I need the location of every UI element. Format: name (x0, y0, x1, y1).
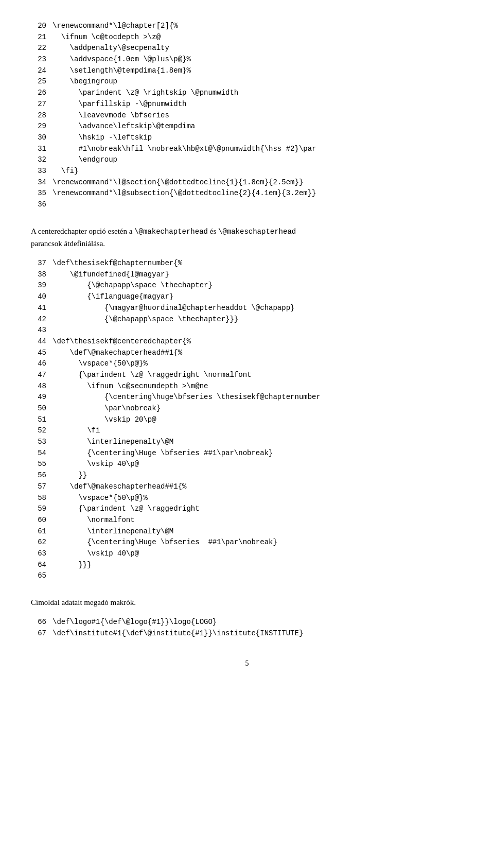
line-content-34: \renewcommand*\l@section{\@dottedtocline… (52, 177, 463, 188)
line-content-57: \def\@makeschapterhead##1{% (52, 481, 463, 493)
line-num-22: 22 (31, 43, 46, 54)
code-line-46: 46 \vspace*{50\p@}% (31, 358, 463, 370)
code-line-49: 49 {\centering\huge\bfseries \thesisekf@… (31, 392, 463, 403)
code-line-25: 25 \begingroup (31, 76, 463, 88)
line-num-42: 42 (31, 314, 46, 325)
line-content-20: \renewcommand*\l@chapter[2]{% (52, 21, 463, 32)
code-line-56: 56 }} (31, 470, 463, 481)
line-content-31: #1\nobreak\hfil \nobreak\hb@xt@\@pnumwid… (52, 144, 463, 155)
code-line-52: 52 \fi (31, 425, 463, 437)
code-line-44: 44 \def\thesisekf@centeredchapter{% (31, 336, 463, 348)
line-num-40: 40 (31, 291, 46, 303)
code-line-30: 30 \hskip -\leftskip (31, 132, 463, 144)
code-line-64: 64 }}} (31, 560, 463, 571)
code-line-35: 35 \renewcommand*\l@subsection{\@dottedt… (31, 188, 463, 199)
code-line-33: 33 \fi} (31, 166, 463, 177)
line-num-23: 23 (31, 54, 46, 65)
code-line-40: 40 {\iflanguage{magyar} (31, 291, 463, 303)
line-num-38: 38 (31, 269, 46, 281)
code-line-26: 26 \parindent \z@ \rightskip \@pnumwidth (31, 88, 463, 99)
line-num-66: 66 (31, 617, 46, 628)
line-num-63: 63 (31, 548, 46, 560)
line-num-56: 56 (31, 470, 46, 481)
line-content-21: \ifnum \c@tocdepth >\z@ (52, 32, 463, 43)
line-num-47: 47 (31, 370, 46, 381)
line-content-47: {\parindent \z@ \raggedright \normalfont (52, 370, 463, 381)
line-num-67: 67 (31, 628, 46, 639)
line-num-30: 30 (31, 132, 46, 144)
code-line-57: 57 \def\@makeschapterhead##1{% (31, 481, 463, 493)
code-line-61: 61 \interlinepenalty\@M (31, 526, 463, 537)
line-content-60: \normalfont (52, 515, 463, 526)
line-content-28: \leavevmode \bfseries (52, 110, 463, 121)
line-num-32: 32 (31, 154, 46, 166)
code-block-3: 66 \def\logo#1{\def\@logo{#1}}\logo{LOGO… (31, 617, 463, 639)
line-content-38: \@ifundefined{l@magyar} (52, 269, 463, 281)
line-num-60: 60 (31, 515, 46, 526)
line-content-66: \def\logo#1{\def\@logo{#1}}\logo{LOGO} (52, 617, 463, 628)
line-content-50: \par\nobreak} (52, 403, 463, 414)
code-line-45: 45 \def\@makechapterhead##1{% (31, 348, 463, 359)
line-content-26: \parindent \z@ \rightskip \@pnumwidth (52, 88, 463, 99)
code-line-51: 51 \vskip 20\p@ (31, 414, 463, 426)
line-num-35: 35 (31, 188, 46, 199)
tt-makechapterhead: \@makechapterhead (134, 228, 208, 236)
line-num-43: 43 (31, 325, 46, 336)
line-num-33: 33 (31, 166, 46, 177)
code-line-39: 39 {\@chapapp\space \thechapter} (31, 280, 463, 291)
code-block-1: 20 \renewcommand*\l@chapter[2]{% 21 \ifn… (31, 21, 463, 211)
line-num-52: 52 (31, 425, 46, 437)
line-num-20: 20 (31, 21, 46, 32)
line-content-48: \ifnum \c@secnumdepth >\m@ne (52, 381, 463, 392)
line-num-54: 54 (31, 448, 46, 459)
code-line-38: 38 \@ifundefined{l@magyar} (31, 269, 463, 281)
code-line-27: 27 \parfillskip -\@pnumwidth (31, 99, 463, 110)
line-content-33: \fi} (52, 166, 463, 177)
code-line-67: 67 \def\institute#1{\def\@institute{#1}}… (31, 628, 463, 639)
line-content-54: {\centering\Huge \bfseries ##1\par\nobre… (52, 448, 463, 459)
line-num-65: 65 (31, 570, 46, 582)
line-content-36 (52, 199, 463, 211)
line-num-36: 36 (31, 199, 46, 211)
line-content-65 (52, 570, 463, 582)
code-line-58: 58 \vspace*{50\p@}% (31, 493, 463, 504)
line-num-62: 62 (31, 537, 46, 548)
line-content-49: {\centering\huge\bfseries \thesisekf@cha… (52, 392, 463, 403)
line-content-63: \vskip 40\p@ (52, 548, 463, 560)
code-line-60: 60 \normalfont (31, 515, 463, 526)
line-num-50: 50 (31, 403, 46, 414)
line-content-61: \interlinepenalty\@M (52, 526, 463, 537)
line-content-43 (52, 325, 463, 336)
line-content-56: }} (52, 470, 463, 481)
line-num-57: 57 (31, 481, 46, 493)
line-num-49: 49 (31, 392, 46, 403)
line-num-26: 26 (31, 88, 46, 99)
code-line-63: 63 \vskip 40\p@ (31, 548, 463, 560)
code-line-42: 42 {\@chapapp\space \thechapter}}} (31, 314, 463, 325)
code-line-55: 55 \vskip 40\p@ (31, 459, 463, 470)
line-content-42: {\@chapapp\space \thechapter}}} (52, 314, 463, 325)
line-num-46: 46 (31, 358, 46, 370)
line-num-55: 55 (31, 459, 46, 470)
code-line-34: 34 \renewcommand*\l@section{\@dottedtocl… (31, 177, 463, 188)
line-content-37: \def\thesisekf@chapternumber{% (52, 258, 463, 269)
line-num-59: 59 (31, 504, 46, 515)
code-line-59: 59 {\parindent \z@ \raggedright (31, 504, 463, 515)
code-line-37: 37 \def\thesisekf@chapternumber{% (31, 258, 463, 269)
line-num-28: 28 (31, 110, 46, 121)
line-content-67: \def\institute#1{\def\@institute{#1}}\in… (52, 628, 463, 639)
line-content-32: \endgroup (52, 154, 463, 166)
code-line-23: 23 \addvspace{1.0em \@plus\p@}% (31, 54, 463, 65)
line-content-23: \addvspace{1.0em \@plus\p@}% (52, 54, 463, 65)
code-line-53: 53 \interlinepenalty\@M (31, 437, 463, 448)
line-num-29: 29 (31, 121, 46, 132)
line-num-21: 21 (31, 32, 46, 43)
prose-paragraph-1: A centeredchapter opció esetén a \@makec… (31, 225, 463, 250)
line-content-40: {\iflanguage{magyar} (52, 291, 463, 303)
line-num-25: 25 (31, 76, 46, 88)
line-num-24: 24 (31, 65, 46, 77)
line-content-30: \hskip -\leftskip (52, 132, 463, 144)
line-content-51: \vskip 20\p@ (52, 414, 463, 426)
line-content-35: \renewcommand*\l@subsection{\@dottedtocl… (52, 188, 463, 199)
line-content-53: \interlinepenalty\@M (52, 437, 463, 448)
